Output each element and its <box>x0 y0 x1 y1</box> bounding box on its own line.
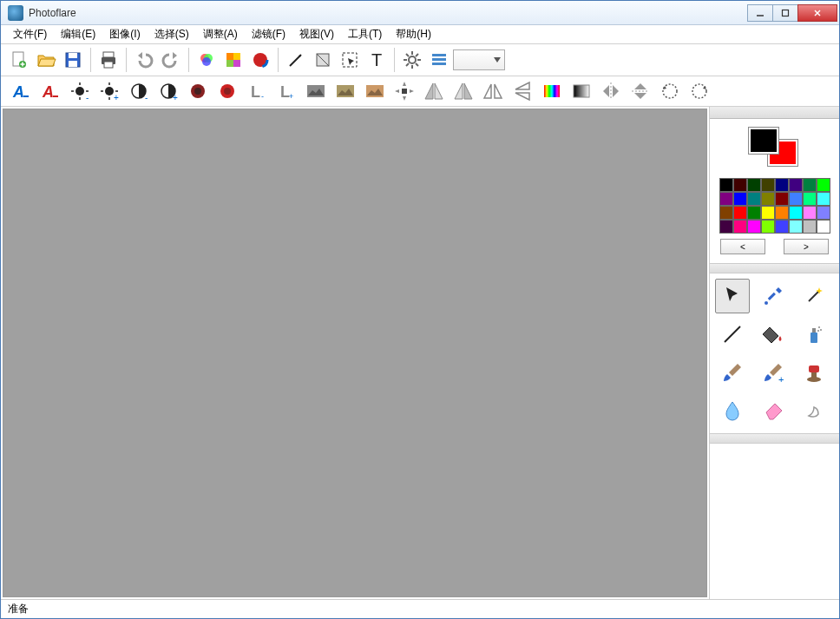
color-grid-button[interactable] <box>220 47 246 73</box>
print-button[interactable] <box>95 47 121 73</box>
line-tool[interactable] <box>715 317 750 352</box>
rgb-channels-button[interactable] <box>194 47 220 73</box>
color-swatch[interactable] <box>733 178 747 192</box>
color-swatch[interactable] <box>733 206 747 220</box>
maximize-button[interactable] <box>772 4 798 22</box>
color-swatch[interactable] <box>803 178 817 192</box>
menu-select[interactable]: 选择(S) <box>148 25 196 43</box>
eraser-tool[interactable] <box>756 393 791 428</box>
flip-v-gray-button[interactable] <box>449 78 478 104</box>
color-swatch[interactable] <box>733 220 747 234</box>
color-swatch[interactable] <box>817 178 830 192</box>
grayscale-button[interactable] <box>301 78 331 104</box>
color-swatch[interactable] <box>803 206 817 220</box>
menu-edit[interactable]: 编辑(E) <box>54 25 102 43</box>
brush-tool[interactable] <box>715 355 750 390</box>
blur-tool[interactable] <box>715 393 750 428</box>
color-swatch[interactable] <box>761 206 775 220</box>
color-swatch[interactable] <box>747 192 761 206</box>
brightness-up-button[interactable]: + <box>95 78 124 104</box>
center-button[interactable] <box>390 78 419 104</box>
color-swatch[interactable] <box>761 192 775 206</box>
canvas-viewport[interactable] <box>3 109 707 597</box>
foreground-color-swatch[interactable] <box>749 128 778 154</box>
color-swatch[interactable] <box>733 192 747 206</box>
rotate-right-button[interactable]: L+ <box>272 78 301 104</box>
oldphoto-button[interactable] <box>360 78 390 104</box>
magic-wand-tool[interactable] <box>797 279 831 313</box>
color-swatch[interactable] <box>747 220 761 234</box>
color-swatch[interactable] <box>719 220 733 234</box>
selection-button[interactable] <box>337 47 363 73</box>
settings-button[interactable] <box>399 47 425 73</box>
redo-button[interactable] <box>158 47 184 73</box>
color-swatch[interactable] <box>775 178 789 192</box>
menu-adjust[interactable]: 调整(A) <box>196 25 245 43</box>
sepia-button[interactable] <box>331 78 360 104</box>
menu-file[interactable]: 文件(F) <box>6 25 54 43</box>
menu-image[interactable]: 图像(I) <box>102 25 147 43</box>
hue-gradient-button[interactable] <box>537 78 567 104</box>
color-swatch[interactable] <box>789 178 803 192</box>
rotate-ccw-button[interactable] <box>655 78 685 104</box>
menu-help[interactable]: 帮助(H) <box>389 25 438 43</box>
color-swatch[interactable] <box>761 178 775 192</box>
color-swatch[interactable] <box>817 192 830 206</box>
color-swatch[interactable] <box>747 206 761 220</box>
color-swatch[interactable] <box>817 206 830 220</box>
contrast-down-button[interactable]: - <box>124 78 154 104</box>
list-button[interactable] <box>426 47 452 73</box>
color-swatch[interactable] <box>803 220 817 234</box>
color-swatch[interactable] <box>817 220 830 234</box>
rotate-left-button[interactable]: L- <box>242 78 272 104</box>
clone-stamp-tool[interactable] <box>797 355 831 390</box>
mirror-v-button[interactable] <box>508 78 537 104</box>
color-swatch[interactable] <box>789 206 803 220</box>
saturation-up-button[interactable] <box>213 78 242 104</box>
new-file-button[interactable] <box>6 47 32 73</box>
text-tool-button[interactable]: T <box>364 47 390 73</box>
color-swatch[interactable] <box>719 206 733 220</box>
flip-vertical-button[interactable] <box>626 78 655 104</box>
undo-button[interactable] <box>131 47 157 73</box>
color-swatch[interactable] <box>803 192 817 206</box>
color-swatch[interactable] <box>719 192 733 206</box>
rotate-cw-button[interactable] <box>685 78 714 104</box>
eyedropper-tool[interactable] <box>756 279 791 313</box>
color-swatch[interactable] <box>789 220 803 234</box>
open-file-button[interactable] <box>33 47 59 73</box>
menu-view[interactable]: 视图(V) <box>292 25 341 43</box>
save-button[interactable] <box>60 47 86 73</box>
bucket-fill-tool[interactable] <box>756 317 791 352</box>
text-red-filter-button[interactable]: A <box>36 78 65 104</box>
spray-tool[interactable] <box>797 317 831 352</box>
color-swatch[interactable] <box>789 192 803 206</box>
mirror-h-button[interactable] <box>478 78 508 104</box>
flip-horizontal-button[interactable] <box>596 78 626 104</box>
swatch-prev-button[interactable]: < <box>720 239 765 254</box>
saturation-down-button[interactable] <box>183 78 213 104</box>
color-swatch[interactable] <box>775 192 789 206</box>
menu-tools[interactable]: 工具(T) <box>341 25 389 43</box>
color-swatch[interactable] <box>761 220 775 234</box>
brightness-down-button[interactable]: - <box>65 78 95 104</box>
close-button[interactable] <box>797 4 837 22</box>
zoom-dropdown[interactable] <box>453 49 505 70</box>
swatch-next-button[interactable]: > <box>784 239 829 254</box>
color-swatch[interactable] <box>747 178 761 192</box>
pointer-tool[interactable] <box>715 279 750 313</box>
minimize-button[interactable] <box>747 4 773 22</box>
color-swatch[interactable] <box>775 206 789 220</box>
flip-h-gray-button[interactable] <box>419 78 449 104</box>
color-circle-button[interactable] <box>247 47 273 73</box>
brush-plus-tool[interactable]: + <box>756 355 791 390</box>
color-swatch[interactable] <box>719 178 733 192</box>
contrast-up-button[interactable]: + <box>154 78 183 104</box>
color-swatch[interactable] <box>775 220 789 234</box>
smudge-tool[interactable] <box>797 393 831 428</box>
gray-gradient-button[interactable] <box>567 78 596 104</box>
text-blue-filter-button[interactable]: A <box>6 78 36 104</box>
arrow-tool-button[interactable] <box>283 47 309 73</box>
menu-filter[interactable]: 滤镜(F) <box>245 25 292 43</box>
crop-button[interactable] <box>310 47 336 73</box>
